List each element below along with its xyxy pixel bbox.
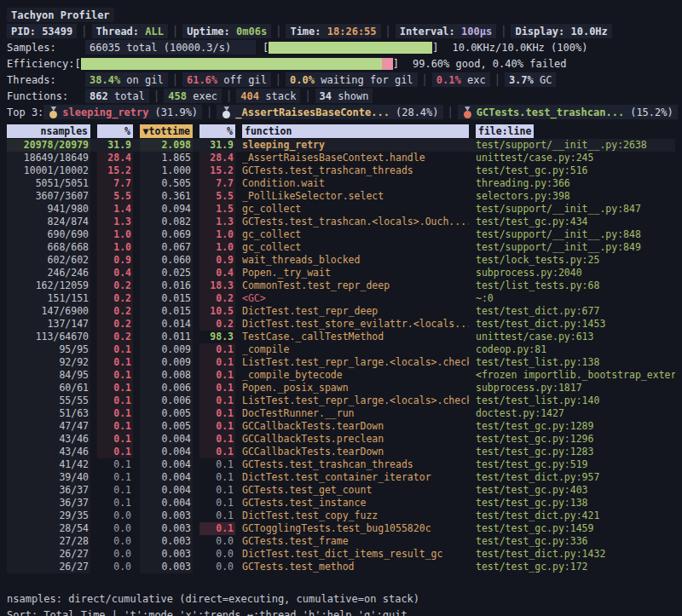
table-row[interactable]: 26/27 0.0 0.003 0.0 DictTest.test_dict_i… bbox=[7, 548, 675, 561]
table-row[interactable]: 41/42 0.1 0.004 0.1 GCTests.test_trashca… bbox=[7, 458, 675, 471]
divider: │ bbox=[494, 74, 500, 86]
cell-nsamples: 3607/3607 bbox=[7, 190, 90, 203]
table-row[interactable]: 60/61 0.1 0.006 0.1 Popen._posix_spawn s… bbox=[7, 382, 675, 394]
divider: │ bbox=[304, 90, 310, 102]
cell-pct-direct: 0.1 bbox=[97, 382, 133, 394]
top3-pct-1: (31.9%) bbox=[155, 107, 199, 118]
table-row[interactable]: 92/92 0.1 0.009 0.1 ListTest.test_repr_l… bbox=[7, 356, 675, 369]
threads-label: Threads: bbox=[7, 74, 85, 86]
cell-pct-cumulative: 0.1 bbox=[199, 433, 235, 446]
top3-item-1[interactable]: sleeping_retry(31.9%) bbox=[43, 105, 202, 119]
cell-file-line: test/test_gc.py:1459 bbox=[476, 522, 675, 535]
cell-nsamples: 147/6900 bbox=[7, 305, 90, 318]
cell-function: GCCallbackTests.tearDown bbox=[242, 446, 469, 458]
table-row[interactable]: 55/55 0.1 0.006 0.1 ListTest.test_repr_l… bbox=[7, 394, 675, 407]
cell-file-line: unittest/case.py:613 bbox=[476, 331, 675, 343]
cell-pct-cumulative: 5.5 bbox=[199, 190, 235, 203]
cell-tottime: 0.094 bbox=[140, 203, 193, 216]
cell-file-line: threading.py:366 bbox=[476, 177, 675, 190]
cell-pct-cumulative: 0.1 bbox=[199, 382, 235, 394]
cell-file-line: doctest.py:1427 bbox=[476, 407, 675, 420]
thread-segment[interactable]: Thread: ALL bbox=[92, 24, 169, 38]
col-header-pct-cumulative[interactable]: % bbox=[199, 124, 235, 138]
functions-total-value: 862 bbox=[90, 90, 108, 102]
table-row[interactable]: 36/37 0.1 0.004 0.1 GCTests.test_get_cou… bbox=[7, 484, 675, 497]
cell-nsamples: 27/28 bbox=[7, 535, 90, 548]
cell-nsamples: 84/95 bbox=[7, 369, 90, 382]
display-value: 10.0Hz bbox=[570, 26, 607, 37]
table-row[interactable]: 39/40 0.1 0.004 0.1 DictTest.test_contai… bbox=[7, 471, 675, 484]
table-row[interactable]: 10001/10002 15.2 1.000 15.2 GCTests.test… bbox=[7, 164, 675, 177]
table-row[interactable]: 47/47 0.1 0.005 0.1 GCCallbackTests.tear… bbox=[7, 420, 675, 433]
table-row[interactable]: 5051/5051 7.7 0.505 7.7 Condition.wait t… bbox=[7, 177, 675, 190]
table-row[interactable]: 29/35 0.0 0.003 0.1 DictTest.test_copy_f… bbox=[7, 509, 675, 522]
table-row[interactable]: 246/246 0.4 0.025 0.4 Popen._try_wait su… bbox=[7, 267, 675, 279]
cell-pct-cumulative: 0.0 bbox=[199, 548, 235, 561]
table-row[interactable]: 824/874 1.3 0.082 1.3 GCTests.test_trash… bbox=[7, 216, 675, 228]
col-header-file-line[interactable]: file:line bbox=[476, 124, 534, 138]
cell-tottime: 0.016 bbox=[140, 279, 193, 292]
samples-rate: 10.0KHz/10.0KHz (100%) bbox=[452, 42, 587, 54]
cell-pct-cumulative: 31.9 bbox=[199, 139, 235, 152]
table-row[interactable]: 113/64670 0.2 0.011 98.3 TestCase._callT… bbox=[7, 331, 675, 343]
cell-pct-direct: 5.5 bbox=[97, 190, 133, 203]
table-row[interactable]: 3607/3607 5.5 0.361 5.5 _PollLikeSelecto… bbox=[7, 190, 675, 203]
cell-file-line: test/test_gc.py:1289 bbox=[476, 420, 675, 433]
table-row[interactable]: 690/690 1.0 0.069 1.0 gc_collect test/su… bbox=[7, 228, 675, 241]
col-header-tottime-sorted[interactable]: ▼tottime bbox=[140, 124, 193, 138]
table-row[interactable]: 151/151 0.2 0.015 0.2 <GC> ~:0 bbox=[7, 292, 675, 305]
cell-nsamples: 36/37 bbox=[7, 497, 90, 509]
cell-file-line: test/test_gc.py:172 bbox=[476, 561, 675, 573]
cell-function: GCTests.test_instance bbox=[242, 497, 469, 509]
table-header-row: nsamples % ▼tottime % function file:line bbox=[7, 124, 675, 138]
cell-tottime: 0.009 bbox=[140, 343, 193, 356]
table-row[interactable]: 43/46 0.1 0.004 0.1 GCCallbackTests.prec… bbox=[7, 433, 675, 446]
table-row[interactable]: 602/602 0.9 0.060 0.9 wait_threads_block… bbox=[7, 254, 675, 267]
cell-function: gc_collect bbox=[242, 203, 469, 216]
col-header-pct-direct[interactable]: % bbox=[97, 124, 133, 138]
divider: │ bbox=[422, 74, 428, 86]
divider: │ bbox=[153, 90, 159, 102]
table-row[interactable]: 162/12059 0.2 0.016 18.3 CommonTest.test… bbox=[7, 279, 675, 292]
col-header-function[interactable]: function bbox=[242, 124, 469, 138]
cell-tottime: 0.505 bbox=[140, 177, 193, 190]
cell-tottime: 0.009 bbox=[140, 356, 193, 369]
table-row[interactable]: 84/95 0.1 0.008 0.1 _compile_bytecode <f… bbox=[7, 369, 675, 382]
time-label: Time: bbox=[290, 26, 321, 37]
table-row[interactable]: 18649/18649 28.4 1.865 28.4 _AssertRaise… bbox=[7, 152, 675, 164]
table-row[interactable]: 668/668 1.0 0.067 1.0 gc_collect test/su… bbox=[7, 241, 675, 254]
functions-total-label: total bbox=[108, 90, 145, 102]
threads-gc: 3.7% GC bbox=[505, 72, 557, 87]
table-row[interactable]: 28/54 0.0 0.003 0.1 GCTogglingTests.test… bbox=[7, 522, 675, 535]
table-row[interactable]: 20978/20979 31.9 2.098 31.9 sleeping_ret… bbox=[7, 139, 675, 152]
divider: │ bbox=[448, 107, 454, 118]
table-row[interactable]: 137/147 0.2 0.014 0.2 DictTest.test_stor… bbox=[7, 318, 675, 331]
cell-file-line: test/test_dict.py:677 bbox=[476, 305, 675, 318]
top3-name-2: _AssertRaisesBaseConte... bbox=[235, 107, 390, 118]
top3-item-3[interactable]: GCTests.test_trashcan...(15.2%) bbox=[458, 105, 678, 119]
uptime-segment: Uptime: 0m06s bbox=[182, 24, 271, 38]
cell-nsamples: 941/980 bbox=[7, 203, 90, 216]
table-row[interactable]: 36/37 0.1 0.004 0.1 GCTests.test_instanc… bbox=[7, 497, 675, 509]
divider: │ bbox=[172, 26, 178, 37]
top3-name-1: sleeping_retry bbox=[62, 107, 148, 118]
table-row[interactable]: 95/95 0.1 0.009 0.1 _compile codeop.py:8… bbox=[7, 343, 675, 356]
app-title: Tachyon Profiler bbox=[7, 8, 114, 22]
top3-item-2[interactable]: _AssertRaisesBaseConte...(28.4%) bbox=[217, 105, 442, 119]
cell-function: GCTests.test_method bbox=[242, 561, 469, 573]
col-header-nsamples[interactable]: nsamples bbox=[7, 124, 90, 138]
cell-pct-direct: 0.1 bbox=[97, 497, 133, 509]
cell-pct-cumulative: 18.3 bbox=[199, 279, 235, 292]
functions-shown: 34 shown bbox=[315, 89, 373, 103]
off-gil-value: 61.6% bbox=[187, 74, 217, 86]
table-row[interactable]: 26/27 0.0 0.003 0.0 GCTests.test_method … bbox=[7, 561, 675, 573]
table-row[interactable]: 147/6900 0.2 0.015 10.5 DictTest.test_re… bbox=[7, 305, 675, 318]
divider: │ bbox=[275, 26, 281, 37]
cell-pct-direct: 0.2 bbox=[97, 318, 133, 331]
table-row[interactable]: 51/63 0.1 0.005 0.1 DocTestRunner.__run … bbox=[7, 407, 675, 420]
table-row[interactable]: 941/980 1.4 0.094 1.5 gc_collect test/su… bbox=[7, 203, 675, 216]
cell-nsamples: 113/64670 bbox=[7, 331, 90, 343]
cell-nsamples: 246/246 bbox=[7, 267, 90, 279]
table-row[interactable]: 27/28 0.0 0.003 0.0 GCTests.test_frame t… bbox=[7, 535, 675, 548]
table-row[interactable]: 43/46 0.1 0.004 0.1 GCCallbackTests.tear… bbox=[7, 446, 675, 458]
